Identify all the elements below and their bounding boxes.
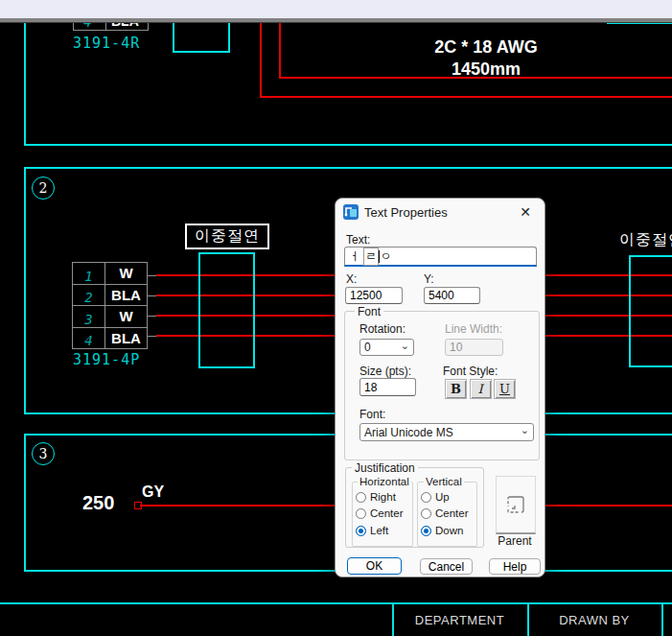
section1-bottom-border [24, 144, 672, 146]
font-dropdown[interactable]: Arial Unicode MS ⌄ [359, 423, 534, 441]
wire-color-code: W [105, 263, 147, 284]
horizontal-label: Horizontal [358, 476, 411, 487]
x-label: X: [346, 272, 357, 286]
ok-button[interactable]: OK [347, 557, 402, 575]
connector-outline-right [629, 255, 672, 367]
wire-color-code: BLA [105, 285, 147, 306]
connector-outline-left [198, 252, 255, 368]
parent-button-label: Parent [493, 534, 537, 548]
app-title-bar [0, 0, 672, 18]
line-width-input: 10 [445, 339, 503, 356]
rotation-label: Rotation: [359, 322, 406, 336]
font-value: Arial Unicode MS [364, 426, 453, 439]
cable-spec-label: 2C * 18 AWG 1450mm [400, 36, 572, 80]
pin-number: 4 [73, 328, 105, 349]
y-label: Y: [424, 272, 434, 286]
radio-right[interactable]: Right [356, 491, 396, 503]
radio-down[interactable]: Down [421, 525, 463, 536]
chevron-down-icon: ⌄ [521, 425, 529, 436]
radio-icon-checked[interactable] [356, 526, 366, 536]
wire-segment [279, 21, 281, 79]
bold-button[interactable]: B [445, 379, 467, 399]
radio-icon[interactable] [356, 492, 366, 503]
titleblock-cell-department: DEPARTMENT [393, 604, 526, 636]
insulation-label-right: 이중절연 [619, 230, 672, 250]
size-input[interactable]: 18 [359, 378, 416, 396]
font-style-label: Font Style: [443, 365, 498, 378]
radio-icon[interactable] [421, 492, 431, 503]
pin-number: 1 [73, 263, 105, 284]
section2-number-badge: 2 [32, 177, 55, 200]
text-properties-icon [343, 204, 359, 220]
section3-number-badge: 3 [32, 442, 55, 465]
text-typed: ㅓ [349, 248, 363, 265]
connector-label-3191-4R: 3191-4R [73, 35, 140, 52]
radio-center-vertical[interactable]: Center [421, 507, 469, 519]
rotation-value: 0 [364, 341, 371, 354]
text-properties-dialog: Text Properties ✕ Text: ㅓ ㄹㅇ X: Y: 12500… [335, 198, 545, 577]
pin-table: 1 W 2 BLA 3 W 4 BLA [72, 262, 148, 349]
pin-table-partial: 4 BLA [73, 22, 149, 31]
parent-icon [504, 493, 527, 516]
line-width-label: Line Width: [445, 322, 502, 336]
cable-spec-line2: 1450mm [400, 59, 572, 81]
table-row: 3 W [73, 305, 147, 327]
x-input[interactable]: 12500 [345, 287, 403, 304]
italic-button[interactable]: I [470, 379, 492, 399]
help-button[interactable]: Help [489, 558, 541, 575]
pin-number: 3 [73, 306, 105, 327]
dialog-title: Text Properties [364, 205, 448, 220]
pin-number: 2 [73, 285, 105, 306]
radio-icon[interactable] [421, 508, 431, 519]
chevron-down-icon: ⌄ [401, 341, 409, 351]
pin-number: 4 [83, 22, 91, 30]
radio-icon[interactable] [356, 508, 366, 519]
radio-icon-checked[interactable] [421, 526, 431, 536]
underline-button[interactable]: U [494, 379, 516, 399]
radio-left[interactable]: Left [356, 525, 388, 536]
justification-label: Justification [352, 461, 418, 475]
cable-spec-line1: 2C * 18 AWG [400, 36, 572, 59]
parent-button[interactable] [496, 476, 536, 534]
wire-color-code: BLA [105, 328, 147, 349]
table-row: 1 W [73, 263, 147, 284]
size-label: Size (pts): [359, 365, 411, 378]
y-input[interactable]: 5400 [424, 287, 480, 304]
radio-center-horizontal[interactable]: Center [356, 507, 404, 519]
text-field-label: Text: [346, 233, 370, 247]
toolbar-edge [0, 18, 672, 23]
wire-color-code: W [105, 306, 147, 327]
table-divider [105, 22, 106, 30]
text-input[interactable]: ㅓ ㄹㅇ [344, 247, 537, 267]
wire-color-code: BLA [111, 22, 139, 29]
wire-segment [260, 96, 672, 98]
cancel-button[interactable]: Cancel [420, 558, 473, 575]
titleblock-cell-drawnby: DRAWN BY [528, 604, 660, 636]
radio-up[interactable]: Up [421, 491, 450, 503]
table-row: 4 BLA [73, 327, 147, 349]
wire-color-label: GY [142, 483, 164, 501]
text-trailing: ㅇ [380, 248, 391, 265]
wire-segment [260, 21, 262, 98]
font-style-buttons: B I U [445, 379, 516, 399]
text-composing: ㄹ [363, 247, 379, 266]
insulation-label-left: 이중절연 [185, 224, 269, 249]
vertical-label: Vertical [424, 476, 464, 487]
font-group-label: Font [355, 305, 383, 318]
table-row: 2 BLA [73, 284, 147, 306]
section1-left-border [24, 21, 26, 145]
close-icon[interactable]: ✕ [514, 202, 537, 222]
dimension-label: 250 [82, 492, 114, 514]
connector-label-3191-4P: 3191-4P [73, 351, 140, 368]
font-label: Font: [359, 408, 385, 421]
titleblock-divider [661, 602, 663, 636]
rotation-dropdown[interactable]: 0 ⌄ [359, 339, 414, 356]
section2-number: 2 [39, 180, 48, 196]
section3-number: 3 [39, 446, 48, 461]
